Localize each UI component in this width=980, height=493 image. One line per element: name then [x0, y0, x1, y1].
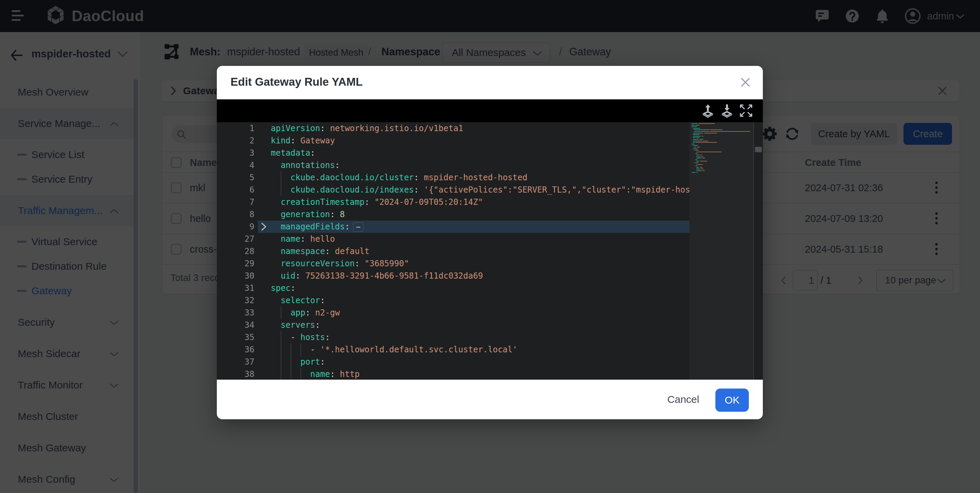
yaml-key: port [301, 357, 320, 367]
line-number: 6 [217, 184, 255, 196]
minimap-line-segment [692, 126, 697, 127]
minimap-line-segment [700, 167, 702, 168]
yaml-punctuation: : [335, 161, 340, 170]
yaml-key: annotations [281, 161, 335, 170]
whitespace [271, 197, 281, 207]
whitespace [271, 173, 291, 182]
yaml-punctuation: : [414, 185, 418, 195]
code-line-2: 2kind: Gateway [217, 135, 689, 147]
code-line-31: 31spec: [217, 282, 689, 294]
modal-title: Edit Gateway Rule YAML [231, 75, 363, 88]
yaml-key: apiVersion [271, 124, 320, 133]
yaml-punctuation: : [291, 283, 295, 293]
minimap-line-segment [695, 142, 717, 143]
code-text: resourceVersion: "3685990" [271, 258, 409, 270]
minimap-line-segment [700, 161, 707, 162]
code-line-36: 36 - '*.helloworld.default.svc.cluster.l… [217, 344, 689, 356]
yaml-key: app [291, 308, 305, 318]
yaml-number: 8 [340, 210, 345, 219]
yaml-punctuation: : [414, 173, 418, 182]
whitespace [360, 259, 364, 268]
line-number: 4 [217, 159, 255, 172]
minimap-line-segment [696, 164, 697, 165]
yaml-punctuation: : [325, 247, 330, 256]
line-number: 36 [217, 344, 255, 356]
whitespace [335, 210, 340, 219]
yaml-punctuation: - [310, 345, 315, 355]
modal-close-icon[interactable] [740, 77, 751, 87]
yaml-punctuation: : [330, 369, 335, 379]
edit-yaml-modal: Edit Gateway Rule YAML 1apiVersion: netw… [217, 66, 763, 419]
line-number: 28 [217, 245, 255, 258]
yaml-editor[interactable]: 1apiVersion: networking.istio.io/v1beta1… [217, 122, 763, 380]
fold-chevron-icon[interactable] [259, 222, 268, 232]
code-text: apiVersion: networking.istio.io/v1beta1 [271, 122, 463, 135]
editor-toolbar [217, 99, 763, 122]
code-line-29: 29 resourceVersion: "3685990" [217, 258, 689, 270]
minimap-line-segment [702, 136, 703, 137]
yaml-punctuation: : [320, 296, 325, 305]
minimap-line-segment [692, 125, 695, 126]
editor-scrollbar[interactable] [754, 122, 763, 380]
minimap-line-segment [692, 172, 695, 173]
line-number: 9 [217, 221, 255, 233]
yaml-key: managedFields [281, 222, 345, 232]
modal-foot: Cancel OK [217, 380, 763, 419]
whitespace [330, 247, 335, 256]
minimap-line-segment [698, 164, 703, 165]
minimap-line-segment [694, 129, 710, 130]
code-text: uid: 75263138-3291-4b66-9581-f11dc032da6… [271, 270, 483, 282]
code-text: ckube.daocloud.io/indexes: '{"activePoli… [271, 184, 689, 196]
download-icon[interactable] [720, 103, 734, 118]
yaml-punctuation: : [325, 332, 330, 342]
yaml-string: "3685990" [365, 259, 409, 268]
line-number: 37 [217, 356, 255, 368]
whitespace [271, 332, 291, 342]
whitespace [335, 369, 340, 379]
line-number: 30 [217, 270, 255, 282]
code-text: creationTimestamp: "2024-07-09T05:20:14Z… [271, 196, 483, 208]
whitespace [310, 308, 315, 318]
yaml-string: 75263138-3291-4b66-9581-f11dc032da69 [305, 271, 483, 281]
code-text: managedFields:⋯ [271, 221, 363, 233]
fullscreen-icon[interactable] [739, 103, 753, 118]
line-number: 7 [217, 196, 255, 208]
minimap-line-segment [695, 165, 698, 166]
whitespace [271, 259, 281, 268]
code-line-4: 4 annotations: [217, 159, 689, 172]
minimap-line-segment [695, 125, 699, 126]
minimap-line-segment [702, 158, 705, 158]
whitespace [271, 308, 291, 318]
minimap-line-segment [693, 139, 699, 140]
modal-head: Edit Gateway Rule YAML [217, 66, 763, 99]
minimap-line-segment [696, 170, 702, 171]
code-text: selector: [271, 294, 325, 307]
whitespace [295, 332, 300, 342]
minimap-line-segment [694, 131, 710, 132]
minimap-line-segment [693, 128, 700, 129]
svg [720, 103, 734, 118]
minimap-line-segment [696, 155, 699, 155]
code-text: - hosts: [271, 331, 330, 344]
whitespace [271, 345, 310, 355]
line-number: 33 [217, 307, 255, 319]
minimap-line-segment [698, 123, 715, 124]
svg [701, 103, 715, 118]
svg [739, 104, 753, 118]
minimap-line-segment [696, 156, 700, 157]
folded-region-ellipsis[interactable]: ⋯ [353, 222, 363, 232]
minimap-line-segment [696, 172, 698, 173]
whitespace [271, 369, 310, 379]
ok-button[interactable]: OK [715, 388, 749, 412]
code-line-38: 38 name: http [217, 368, 689, 380]
minimap-line-segment [693, 148, 698, 149]
upload-icon[interactable] [701, 103, 715, 118]
cancel-button[interactable]: Cancel [658, 388, 709, 411]
minimap-line-segment [693, 142, 695, 143]
code-line-8: 8 generation: 8 [217, 208, 689, 221]
yaml-string: Gateway [301, 136, 335, 145]
editor-minimap[interactable] [689, 122, 753, 380]
code-text: name: http [271, 368, 360, 380]
yaml-string: hello [310, 234, 335, 244]
minimap-line-segment [694, 147, 696, 148]
